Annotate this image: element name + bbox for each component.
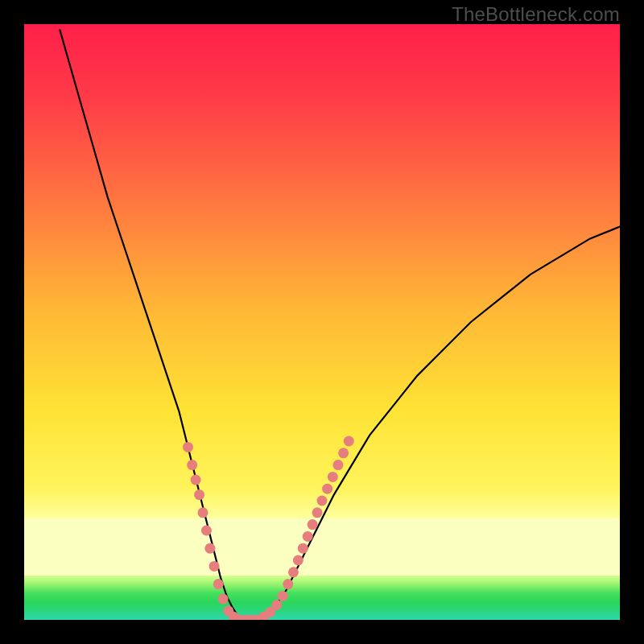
data-marker xyxy=(293,555,303,566)
data-marker xyxy=(213,579,224,589)
data-marker xyxy=(303,531,313,542)
data-marker xyxy=(187,460,197,470)
data-marker xyxy=(271,600,282,610)
watermark-text: TheBottleneck.com xyxy=(452,3,620,26)
data-marker xyxy=(298,543,308,554)
data-marker xyxy=(332,460,343,470)
data-marker xyxy=(191,475,201,485)
data-marker xyxy=(344,436,354,447)
gradient-background xyxy=(24,24,620,620)
data-marker xyxy=(218,594,229,605)
data-marker xyxy=(278,591,288,601)
data-marker xyxy=(322,484,332,494)
data-marker xyxy=(209,561,220,572)
data-marker xyxy=(283,579,293,589)
data-marker xyxy=(308,519,318,530)
chart-container: TheBottleneck.com xyxy=(0,0,644,644)
data-marker xyxy=(328,472,338,482)
data-marker xyxy=(204,543,215,554)
data-marker xyxy=(183,442,193,452)
data-marker xyxy=(288,567,299,577)
data-marker xyxy=(338,448,349,458)
data-marker xyxy=(194,489,204,500)
chart-svg xyxy=(24,24,620,620)
data-marker xyxy=(201,526,212,536)
data-marker xyxy=(317,496,328,506)
data-marker xyxy=(312,507,323,518)
plot-area xyxy=(24,24,620,620)
data-marker xyxy=(198,507,208,518)
